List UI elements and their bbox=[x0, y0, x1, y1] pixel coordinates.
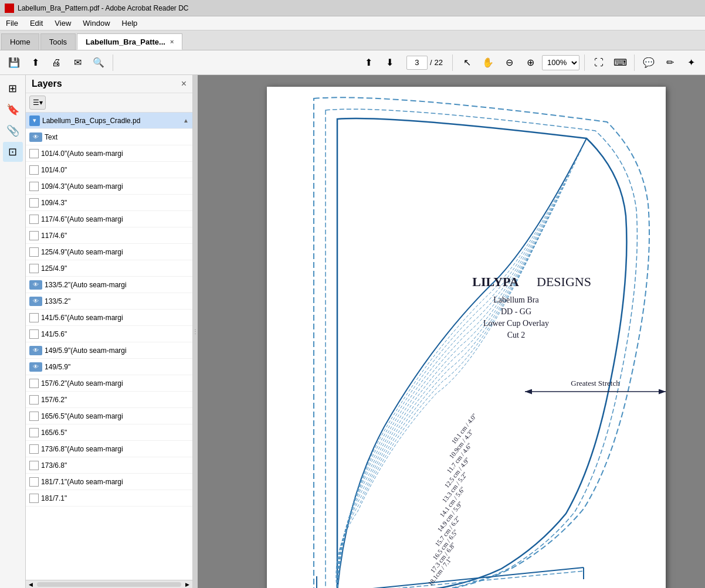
scroll-down-button[interactable]: ⬇ bbox=[381, 53, 399, 72]
list-item[interactable]: 173/6.8" bbox=[26, 457, 192, 474]
window-title: Labellum_Bra_Pattern.pdf - Adobe Acrobat… bbox=[18, 4, 189, 12]
layer-checkbox[interactable] bbox=[29, 379, 39, 388]
viewer-left-margin bbox=[238, 87, 267, 576]
hand-tool-button[interactable]: ✋ bbox=[479, 53, 497, 72]
stamp-button[interactable]: ✦ bbox=[682, 53, 700, 72]
save-button[interactable]: 💾 bbox=[5, 53, 23, 72]
list-item[interactable]: 181/7.1"(Auto seam-margi bbox=[26, 474, 192, 490]
tab-tools[interactable]: Tools bbox=[40, 33, 76, 50]
pen-button[interactable]: ✏ bbox=[660, 53, 679, 72]
fit-page-button[interactable]: ⛶ bbox=[589, 53, 608, 72]
layer-checkbox[interactable] bbox=[29, 494, 39, 503]
tab-close-button[interactable]: × bbox=[170, 38, 174, 45]
list-item[interactable]: 101/4.0" bbox=[26, 162, 192, 178]
list-item[interactable]: 👁 149/5.9" bbox=[26, 359, 192, 375]
layer-label: 181/7.1"(Auto seam-margi bbox=[41, 478, 189, 486]
layer-eye-icon[interactable]: 👁 bbox=[29, 362, 42, 372]
list-item[interactable]: 👁 133/5.2"(Auto seam-margi bbox=[26, 277, 192, 293]
scroll-up-button[interactable]: ⬆ bbox=[360, 53, 378, 72]
layer-item-header[interactable]: ▾ Labellum_Bra_Cups_Cradle.pd ▲ bbox=[26, 113, 192, 129]
upload-button[interactable]: ⬆ bbox=[26, 53, 45, 72]
list-item[interactable]: 157/6.2"(Auto seam-margi bbox=[26, 375, 192, 392]
home-icon-btn[interactable]: ⊞ bbox=[3, 79, 23, 98]
list-item[interactable]: 109/4.3" bbox=[26, 195, 192, 211]
list-item[interactable]: 101/4.0"(Auto seam-margi bbox=[26, 145, 192, 162]
pdf-page: LILYPA DESIGNS Labellum Bra DD - GG Lowe… bbox=[267, 87, 666, 588]
scroll-right-arrow[interactable]: ▶ bbox=[184, 582, 191, 587]
scroll-left-arrow[interactable]: ◀ bbox=[27, 582, 35, 587]
layers-scrollbar[interactable]: ◀ ▶ bbox=[26, 580, 192, 588]
attachment-icon-btn[interactable]: 📎 bbox=[3, 121, 23, 141]
keyboard-button[interactable]: ⌨ bbox=[611, 53, 629, 72]
zoom-in-button[interactable]: ⊕ bbox=[521, 53, 540, 72]
list-item[interactable]: 141/5.6"(Auto seam-margi bbox=[26, 310, 192, 326]
layer-checkbox[interactable] bbox=[29, 461, 39, 470]
layer-checkbox[interactable] bbox=[29, 149, 39, 158]
layer-checkbox[interactable] bbox=[29, 165, 39, 175]
layer-checkbox[interactable] bbox=[29, 428, 39, 437]
layer-item-text[interactable]: 👁 Text bbox=[26, 129, 192, 145]
tab-home[interactable]: Home bbox=[1, 33, 39, 50]
layer-eye-icon[interactable]: 👁 bbox=[29, 280, 42, 290]
zoom-out-button[interactable]: ⊖ bbox=[500, 53, 518, 72]
layer-checkbox[interactable] bbox=[29, 182, 39, 191]
list-item[interactable]: 157/6.2" bbox=[26, 392, 192, 408]
layer-checkbox[interactable] bbox=[29, 329, 39, 339]
layer-checkbox[interactable] bbox=[29, 264, 39, 273]
layer-checkbox[interactable] bbox=[29, 215, 39, 224]
layers-menu-button[interactable]: ☰▾ bbox=[29, 96, 46, 110]
menu-help[interactable]: Help bbox=[116, 18, 144, 29]
comment-button[interactable]: 💬 bbox=[639, 53, 658, 72]
layer-eye-icon[interactable]: 👁 bbox=[29, 346, 42, 355]
layer-expand-icon[interactable]: ▾ bbox=[29, 115, 40, 126]
list-item[interactable]: 125/4.9"(Auto seam-margi bbox=[26, 244, 192, 260]
toolbar: 💾 ⬆ 🖨 ✉ 🔍 ⬆ ⬇ / 22 ↖ ✋ ⊖ ⊕ 50% 75% 100% … bbox=[0, 50, 705, 75]
tab-file[interactable]: Labellum_Bra_Patte... × bbox=[77, 33, 182, 50]
panel-splitter[interactable]: ⋮ bbox=[193, 75, 198, 588]
email-button[interactable]: ✉ bbox=[68, 53, 87, 72]
layers-icon-btn[interactable]: ⊡ bbox=[3, 142, 23, 162]
list-item[interactable]: 165/6.5"(Auto seam-margi bbox=[26, 408, 192, 424]
svg-text:Labellum Bra: Labellum Bra bbox=[493, 295, 539, 304]
list-item[interactable]: 141/5.6" bbox=[26, 326, 192, 342]
list-item[interactable]: 109/4.3"(Auto seam-margi bbox=[26, 178, 192, 195]
layer-checkbox[interactable] bbox=[29, 231, 39, 240]
list-item[interactable]: 165/6.5" bbox=[26, 424, 192, 441]
layer-checkbox[interactable] bbox=[29, 395, 39, 405]
list-item[interactable]: 👁 149/5.9"(Auto seam-margi bbox=[26, 342, 192, 359]
layer-checkbox[interactable] bbox=[29, 313, 39, 322]
layer-checkbox[interactable] bbox=[29, 198, 39, 208]
layer-eye-icon[interactable]: 👁 bbox=[29, 297, 42, 306]
layer-label: 173/6.8" bbox=[41, 461, 189, 470]
menu-window[interactable]: Window bbox=[77, 18, 116, 29]
menu-view[interactable]: View bbox=[49, 18, 77, 29]
scrollbar-track[interactable] bbox=[37, 582, 181, 587]
layers-panel: Layers × ☰▾ ▾ Labellum_Bra_Cups_Cradle.p… bbox=[26, 75, 193, 588]
list-item[interactable]: 117/4.6" bbox=[26, 227, 192, 244]
list-item[interactable]: 181/7.1" bbox=[26, 490, 192, 507]
icon-bar: ⊞ 🔖 📎 ⊡ bbox=[0, 75, 26, 588]
page-number-input[interactable] bbox=[406, 56, 428, 70]
list-item[interactable]: 173/6.8"(Auto seam-margi bbox=[26, 441, 192, 457]
list-item[interactable]: 117/4.6"(Auto seam-margi bbox=[26, 211, 192, 227]
layers-menu-icon: ☰▾ bbox=[33, 98, 43, 107]
layer-checkbox[interactable] bbox=[29, 412, 39, 421]
layers-list[interactable]: ▾ Labellum_Bra_Cups_Cradle.pd ▲ 👁 Text 1… bbox=[26, 113, 192, 580]
list-item[interactable]: 👁 133/5.2" bbox=[26, 293, 192, 310]
print-button[interactable]: 🖨 bbox=[47, 53, 66, 72]
select-tool-button[interactable]: ↖ bbox=[457, 53, 476, 72]
menu-edit[interactable]: Edit bbox=[24, 18, 49, 29]
zoom-select[interactable]: 50% 75% 100% 125% 150% 200% bbox=[542, 55, 579, 70]
layer-label: 173/6.8"(Auto seam-margi bbox=[41, 445, 189, 453]
layer-checkbox[interactable] bbox=[29, 444, 39, 454]
bookmark-icon-btn[interactable]: 🔖 bbox=[3, 100, 23, 120]
layers-close-button[interactable]: × bbox=[181, 79, 187, 89]
layer-checkbox[interactable] bbox=[29, 477, 39, 487]
pdf-viewer[interactable]: LILYPA DESIGNS Labellum Bra DD - GG Lowe… bbox=[198, 75, 705, 588]
layer-eye-icon[interactable]: 👁 bbox=[29, 132, 42, 142]
search-button[interactable]: 🔍 bbox=[89, 53, 108, 72]
layer-label: 149/5.9"(Auto seam-margi bbox=[45, 346, 189, 355]
layer-checkbox[interactable] bbox=[29, 247, 39, 257]
menu-file[interactable]: File bbox=[0, 18, 24, 29]
list-item[interactable]: 125/4.9" bbox=[26, 260, 192, 277]
